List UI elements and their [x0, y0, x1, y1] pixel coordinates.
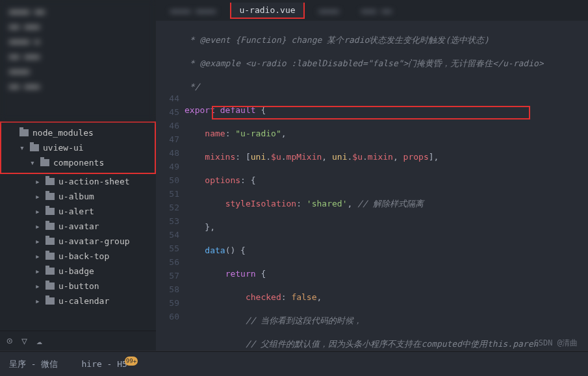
file-tree: node_modules ▾uview-ui ▾components ▸u-ac… [0, 120, 156, 331]
folder-icon [45, 268, 55, 275]
folder-u-album[interactable]: ▸u-album [0, 189, 156, 204]
blurred-line: ▬▬ ▬▬▬ [9, 21, 147, 31]
folder-icon [45, 297, 55, 305]
blurred-line: ▬▬ ▬▬▬ [9, 81, 147, 91]
status-item-wechat[interactable]: 呈序 - 微信 [9, 358, 58, 370]
code-line: }, [185, 220, 588, 234]
code-line: data() { [185, 244, 588, 257]
blurred-line: ▬▬ ▬▬▬ [9, 51, 147, 61]
code-line: mixins: [uni.$u.mpMixin, uni.$u.mixin, p… [185, 150, 588, 164]
folder-node-modules[interactable]: node_modules [5, 125, 151, 140]
chevron-right-icon: ▸ [35, 266, 42, 276]
code-line: * @example <u-radio :labelDisabled="fals… [185, 58, 544, 68]
file-explorer-sidebar: ▬▬▬▬ ▬▬ ▬▬ ▬▬▬ ▬▬▬▬ ▬ ▬▬ ▬▬▬ ▬▬▬▬ ▬▬ ▬▬▬… [0, 0, 156, 351]
tab-u-radio-vue[interactable]: u-radio.vue [230, 3, 304, 19]
code-line: return { [185, 267, 588, 281]
code-area[interactable]: * @event {Function} change 某个radio状态发生变化… [185, 21, 588, 351]
folder-uview-ui[interactable]: ▾uview-ui [5, 140, 151, 155]
code-line: checked: false, [185, 290, 588, 304]
folder-icon [45, 238, 55, 245]
status-badge: 99+ [125, 357, 138, 366]
tab-blurred[interactable]: ▬▬▬▬ [311, 3, 347, 18]
folder-label: u-calendar [58, 296, 109, 306]
folder-components[interactable]: ▾components [5, 155, 151, 170]
blurred-line: ▬▬▬▬ ▬▬ [9, 6, 147, 16]
folder-u-button[interactable]: ▸u-button [0, 279, 156, 294]
code-line: styleIsolation: 'shared', // 解除样式隔离 [185, 197, 588, 210]
blurred-line: ▬▬▬▬ ▬ [9, 36, 147, 46]
folder-icon [19, 129, 29, 136]
folder-label: u-avatar [58, 221, 99, 231]
code-line: */ [185, 82, 199, 92]
folder-label: u-album [58, 192, 94, 201]
folder-label: u-action-sheet [58, 177, 130, 186]
folder-label: uview-ui [43, 143, 84, 153]
code-line: * @event {Function} change 某个radio状态发生变化… [185, 35, 489, 45]
folder-icon [30, 144, 39, 151]
line-numbers-gutter: 444546 474849 505152 535455 565758 5960 [156, 21, 185, 351]
chevron-right-icon: ▸ [35, 192, 42, 201]
folder-u-badge[interactable]: ▸u-badge [0, 264, 156, 279]
folder-label: u-badge [58, 266, 94, 276]
tab-blurred[interactable]: ▬▬▬▬ ▬▬▬▬ [162, 3, 224, 18]
folder-icon [45, 178, 55, 185]
chevron-right-icon: ▸ [35, 251, 42, 261]
folder-u-action-sheet[interactable]: ▸u-action-sheet [0, 174, 156, 189]
folder-label: u-avatar-group [58, 236, 130, 246]
chevron-down-icon: ▾ [30, 158, 36, 168]
chevron-right-icon: ▸ [35, 296, 42, 306]
folder-u-avatar-group[interactable]: ▸u-avatar-group [0, 234, 156, 249]
filter-icon[interactable]: ▽ [21, 335, 27, 347]
folder-icon [40, 159, 49, 166]
folder-icon [45, 208, 55, 215]
folder-label: node_modules [32, 128, 94, 138]
code-line: options: { [185, 173, 588, 187]
sidebar-bottom-icons: ⊙ ▽ ☁ [0, 331, 156, 351]
tab-blurred[interactable]: ▬▬▬ ▬▬ [353, 3, 400, 18]
folder-u-avatar[interactable]: ▸u-avatar [0, 219, 156, 234]
chevron-right-icon: ▸ [35, 281, 42, 291]
highlight-box-tree: node_modules ▾uview-ui ▾components [0, 121, 156, 174]
folder-label: u-button [58, 281, 99, 291]
watermark: CSDN @清曲 [534, 338, 578, 349]
editor-tabs: ▬▬▬▬ ▬▬▬▬ u-radio.vue ▬▬▬▬ ▬▬▬ ▬▬ [156, 0, 588, 21]
folder-icon [45, 282, 55, 290]
target-icon[interactable]: ⊙ [6, 335, 12, 347]
chevron-right-icon: ▸ [35, 207, 42, 216]
blurred-line: ▬▬▬▬ [9, 66, 147, 76]
folder-icon [45, 253, 55, 260]
chevron-right-icon: ▸ [35, 221, 42, 231]
code-line: export default { [185, 103, 588, 117]
folder-u-calendar[interactable]: ▸u-calendar [0, 294, 156, 308]
code-line: name: "u-radio", [185, 127, 588, 140]
code-line: // 当你看到这段代码的时候， [185, 314, 588, 327]
folder-icon [45, 223, 55, 230]
folder-icon [45, 193, 55, 200]
status-item-hire[interactable]: hire - H599+ [81, 359, 140, 370]
cloud-icon[interactable]: ☁ [36, 335, 42, 347]
chevron-down-icon: ▾ [19, 143, 26, 153]
folder-u-back-top[interactable]: ▸u-back-top [0, 249, 156, 264]
folder-label: components [53, 158, 104, 168]
sidebar-header-blurred: ▬▬▬▬ ▬▬ ▬▬ ▬▬▬ ▬▬▬▬ ▬ ▬▬ ▬▬▬ ▬▬▬▬ ▬▬ ▬▬▬ [0, 0, 156, 120]
folder-label: u-alert [58, 207, 94, 216]
folder-u-alert[interactable]: ▸u-alert [0, 204, 156, 219]
chevron-right-icon: ▸ [35, 177, 42, 186]
chevron-right-icon: ▸ [35, 236, 42, 246]
code-line: // 父组件的默认值，因为头条小程序不支持在computed中使用this.pa… [185, 337, 588, 351]
folder-label: u-back-top [58, 251, 109, 261]
code-editor[interactable]: ▬▬▬▬ ▬▬▬▬ u-radio.vue ▬▬▬▬ ▬▬▬ ▬▬ 444546… [156, 0, 588, 351]
status-bar: 呈序 - 微信 hire - H599+ [0, 351, 588, 376]
